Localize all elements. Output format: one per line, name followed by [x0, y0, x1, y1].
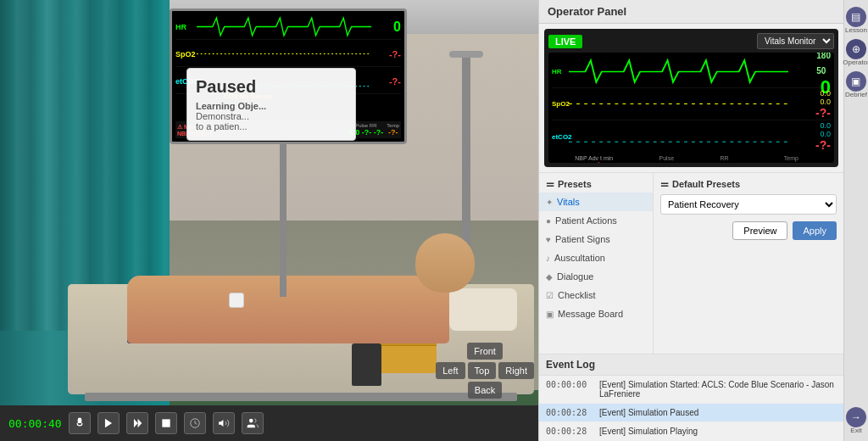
- fast-forward-button[interactable]: [126, 412, 148, 434]
- event-row[interactable]: 00:00:28 [Event] Simulation Playing: [539, 422, 843, 441]
- simulation-viewport: HR 0 SpO2 -?-: [0, 0, 538, 441]
- event-time-2: 00:00:28: [546, 427, 593, 436]
- vm-spo2-sub: 0.00.0: [820, 89, 831, 106]
- debrief-button[interactable]: ▣: [846, 71, 866, 92]
- vm-hr-wave: [569, 56, 788, 87]
- preset-selector[interactable]: Patient Recovery Normal Sinus Tachycardi…: [660, 194, 837, 215]
- patient-torso: [127, 276, 449, 343]
- dialogue-icon: ◆: [546, 272, 553, 282]
- svg-marker-0: [105, 419, 112, 428]
- live-badge: LIVE: [548, 35, 582, 48]
- patient-actions-icon: ●: [546, 216, 551, 226]
- preset-vitals-item[interactable]: ✦ Vitals: [539, 193, 653, 211]
- playback-controls: 00:00:40: [0, 405, 538, 441]
- presets-content: ⚌ Default Presets Patient Recovery Norma…: [654, 173, 843, 354]
- event-time-1: 00:00:28: [546, 408, 593, 417]
- apply-button[interactable]: Apply: [793, 221, 837, 240]
- patient-head: [415, 233, 475, 293]
- vm-hr-value: 18050: [816, 53, 831, 76]
- monitor-spo2-wave: [197, 42, 371, 66]
- monitor-hr-label: HR: [175, 23, 197, 31]
- mic-button[interactable]: [69, 412, 91, 434]
- iv-crossbar: [449, 51, 483, 58]
- rewind-button[interactable]: [184, 412, 206, 434]
- play-button[interactable]: [97, 412, 120, 434]
- vm-hr-label: HR: [552, 68, 569, 75]
- event-text-0: [Event] Simulation Started: ACLS: Code B…: [599, 380, 837, 399]
- vitals-monitor-select[interactable]: Vitals Monitor: [757, 33, 834, 49]
- lesson-icon: ▤: [851, 11, 860, 23]
- timer-display: 00:00:40: [8, 417, 62, 430]
- vitals-icon: ✦: [546, 198, 553, 207]
- nav-back-button[interactable]: Back: [468, 382, 502, 399]
- monitor-hr-wave: [197, 14, 371, 39]
- paused-title: Paused: [196, 77, 347, 97]
- patient-signs-icon: ♥: [546, 235, 551, 244]
- nav-left-button[interactable]: Left: [436, 362, 465, 379]
- panel-title: Operator Panel: [548, 5, 626, 18]
- monitor-hr-value: 0: [371, 20, 401, 35]
- presets-title: ⚌ Presets: [539, 178, 653, 193]
- preset-patient-actions-item[interactable]: ● Patient Actions: [539, 211, 653, 230]
- preset-checklist-item[interactable]: ☑ Checklist: [539, 286, 653, 304]
- vm-spo2-wave: [569, 88, 788, 120]
- preset-patient-signs-item[interactable]: ♥ Patient Signs: [539, 230, 653, 248]
- exit-sidebar-group: → Exit: [846, 407, 866, 434]
- vm-nbp-label: NBP Adv t min: [575, 155, 613, 161]
- checklist-icon: ☑: [546, 291, 554, 300]
- debrief-icon: ▣: [851, 75, 860, 87]
- preset-dialogue-item[interactable]: ◆ Dialogue: [539, 267, 653, 286]
- preview-button[interactable]: Preview: [732, 221, 787, 240]
- event-time-0: 00:00:00: [546, 380, 593, 399]
- lesson-button[interactable]: ▤: [846, 7, 866, 27]
- paused-overlay: Paused Learning Obje... Demonstra... to …: [186, 68, 356, 141]
- users-button[interactable]: [242, 412, 264, 434]
- vm-temp-value: 37.0: [775, 161, 808, 163]
- svg-marker-1: [134, 419, 138, 428]
- svg-rect-3: [162, 419, 170, 427]
- vm-etco2-label: etCO2: [552, 133, 569, 141]
- nav-top-button[interactable]: Top: [468, 362, 497, 379]
- vm-rr-value: 0: [720, 161, 728, 163]
- vm-spo2-value: -?-: [815, 106, 831, 120]
- monitor-spo2-label: SpO2: [175, 50, 197, 59]
- auscultation-icon: ♪: [546, 254, 550, 263]
- paused-learning-text: Learning Obje... Demonstra... to a patie…: [196, 101, 347, 131]
- event-log-title: Event Log: [539, 354, 843, 376]
- vm-etco2-value: -?-: [815, 138, 831, 152]
- operator-sidebar-group: ⊕ Operator: [843, 39, 868, 66]
- exit-label: Exit: [850, 427, 861, 434]
- operator-panel: Operator Panel LIVE Vitals Monitor HR 18: [538, 0, 843, 441]
- vm-pulse-value: 0: [659, 161, 675, 163]
- exit-button[interactable]: →: [846, 407, 866, 427]
- presets-sidebar: ⚌ Presets ✦ Vitals ● Patient Actions ♥ P…: [539, 173, 654, 354]
- event-text-1: [Event] Simulation Paused: [599, 408, 837, 417]
- stop-button[interactable]: [155, 412, 177, 434]
- right-sidebar: ▤ Lesson ⊕ Operator ▣ Debrief → Exit: [843, 0, 868, 441]
- svg-point-4: [249, 419, 253, 423]
- nav-right-button[interactable]: Right: [498, 362, 534, 379]
- vitals-section: LIVE Vitals Monitor HR 18050 0: [544, 29, 838, 167]
- volume-button[interactable]: [213, 412, 235, 434]
- default-presets-title: ⚌ Default Presets: [660, 178, 837, 189]
- vm-spo2-label: SpO2: [552, 100, 569, 108]
- lesson-sidebar-group: ▤ Lesson: [845, 7, 867, 34]
- vm-etco2-wave: [569, 120, 788, 153]
- operator-button[interactable]: ⊕: [846, 39, 866, 59]
- presets-section: ⚌ Presets ✦ Vitals ● Patient Actions ♥ P…: [539, 172, 843, 354]
- debrief-label: Debrief: [845, 91, 867, 98]
- monitor-spo2-value: -?-: [371, 49, 401, 59]
- vm-etco2-sub: 0.00.0: [820, 121, 831, 138]
- vm-nbp-value: 127/6(6): [575, 161, 613, 163]
- event-log: Event Log 00:00:00 [Event] Simulation St…: [539, 354, 843, 441]
- preset-message-board-item[interactable]: ▣ Message Board: [539, 304, 653, 323]
- operator-icon: ⊕: [852, 43, 860, 55]
- preset-actions: Preview Apply: [660, 221, 837, 240]
- preset-auscultation-item[interactable]: ♪ Auscultation: [539, 248, 653, 267]
- navigation-controls: Front Left Top Right Back: [436, 343, 534, 399]
- event-row[interactable]: 00:00:00 [Event] Simulation Started: ACL…: [539, 376, 843, 404]
- vitals-header: LIVE Vitals Monitor: [548, 33, 834, 49]
- operator-label: Operator: [843, 59, 868, 66]
- event-row[interactable]: 00:00:28 [Event] Simulation Paused: [539, 404, 843, 422]
- nav-front-button[interactable]: Front: [467, 343, 503, 360]
